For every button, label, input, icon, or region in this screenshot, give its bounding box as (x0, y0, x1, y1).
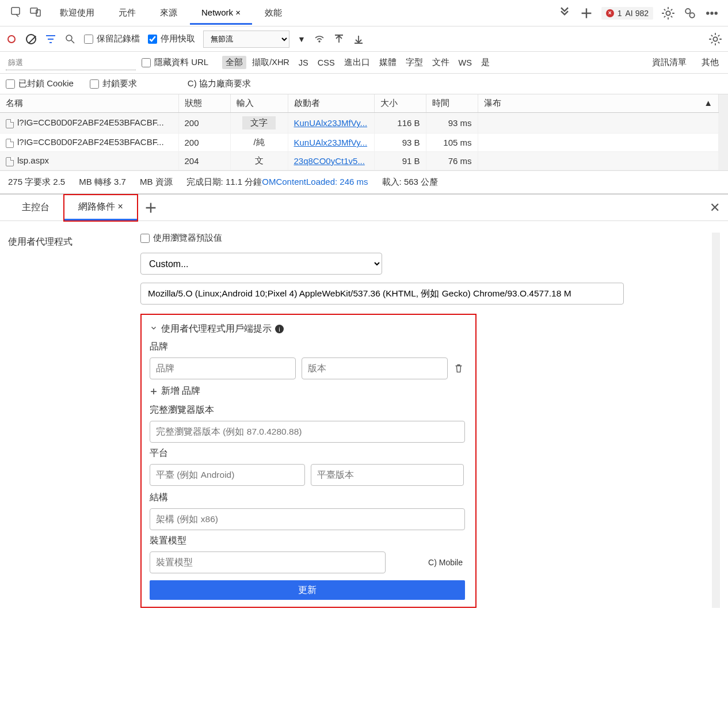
ua-preset-select[interactable]: Custom... (140, 253, 382, 275)
device-model-input[interactable] (150, 551, 386, 573)
filter-toggle-icon[interactable] (45, 33, 56, 45)
drawer-tab-bar: 主控台 網路條件 × ✕ (0, 193, 728, 221)
col-initiator[interactable]: 啟動者 (288, 94, 374, 113)
file-icon (6, 139, 14, 148)
upload-icon[interactable] (333, 33, 345, 45)
network-summary: 275 字要求 2.5 MB 轉移 3.7 MB 資源 完成日期: 11.1 分… (0, 170, 728, 193)
add-brand-button[interactable]: 新增 品牌 (150, 385, 467, 397)
network-conditions-panel: 使用者代理程式 使用瀏覽器預設值 Custom... 使用者代理程式用戶端提示 … (0, 221, 728, 616)
initiator-link[interactable]: 23q8CO0yCt1v5... (294, 156, 365, 166)
filter-fetch-xhr[interactable]: 擷取/XHR (249, 56, 293, 69)
full-version-label: 完整瀏覽器版本 (150, 404, 467, 416)
issues-badge[interactable]: × 1 AI 982 (601, 7, 653, 20)
more-menu-icon[interactable] (705, 6, 719, 20)
search-icon[interactable] (64, 33, 76, 45)
dock-icon[interactable] (683, 6, 697, 20)
delete-brand-icon[interactable] (453, 363, 464, 374)
disable-cache-checkbox[interactable]: 停用快取 (148, 33, 195, 44)
full-version-input[interactable] (150, 421, 465, 443)
svg-point-4 (685, 9, 690, 13)
col-type[interactable]: 輸入 (230, 94, 288, 113)
download-icon[interactable] (353, 33, 364, 45)
col-waterfall[interactable]: 瀑布▲ (478, 94, 719, 113)
table-row[interactable]: l?IG=CCB0D0F2ABF24E53BFACBF... 200 文字 Ku… (0, 113, 719, 134)
file-icon (6, 157, 14, 166)
hide-data-urls-checkbox[interactable]: 隱藏資料 URL (142, 57, 208, 68)
initiator-link[interactable]: KunUAlx23JMfVy... (294, 138, 368, 147)
filter-font[interactable]: 字型 (402, 56, 426, 69)
blocked-cookies-checkbox[interactable]: 已封鎖 Cookie (6, 78, 74, 89)
blocked-requests-checkbox[interactable]: 封鎖要求 (90, 78, 137, 89)
add-tab-icon[interactable] (580, 6, 593, 20)
mobile-checkbox-label[interactable]: C) Mobile (428, 558, 467, 567)
table-row[interactable]: l?IG=CCB0D0F2ABF24E53BFACBF... 200 /純 Ku… (0, 134, 719, 152)
more-tabs-icon[interactable] (558, 6, 571, 20)
tab-network[interactable]: Network × (190, 2, 252, 25)
throttle-select[interactable]: 無節流 (203, 31, 289, 48)
record-icon[interactable] (6, 33, 17, 45)
svg-point-5 (689, 13, 694, 17)
filter-js[interactable]: JS (295, 57, 312, 69)
drawer-close-icon[interactable]: ✕ (710, 200, 720, 215)
drawer-tab-console[interactable]: 主控台 (8, 196, 63, 219)
update-button[interactable]: 更新 (150, 580, 465, 600)
filter-all[interactable]: 全部 (222, 56, 246, 69)
filter-yes[interactable]: 是 (478, 56, 493, 69)
table-row[interactable]: lsp.aspx 204 文 23q8CO0yCt1v5... 91 B 76 … (0, 152, 719, 170)
arch-input[interactable] (150, 508, 465, 530)
svg-point-7 (711, 12, 713, 14)
filter-media[interactable]: 媒體 (376, 56, 400, 69)
third-party-label[interactable]: C) 協力廠商要求 (188, 78, 251, 89)
brand-label: 品牌 (150, 341, 467, 353)
filter-other[interactable]: 其他 (698, 56, 722, 69)
drawer-add-tab-icon[interactable] (144, 201, 158, 215)
drawer-scrollbar[interactable] (712, 233, 720, 608)
network-toolbar: 保留記錄檔 停用快取 無節流 ▼ (0, 26, 728, 52)
tab-performance[interactable]: 效能 (253, 2, 294, 24)
col-time[interactable]: 時間 (426, 94, 478, 113)
col-name[interactable]: 名稱 (0, 94, 178, 113)
device-toggle-icon[interactable] (30, 6, 41, 20)
network-table: 名稱 狀態 輸入 啟動者 大小 時間 瀑布▲ l?IG=CCB0D0F2ABF2… (0, 94, 719, 170)
throttle-caret-icon[interactable]: ▼ (298, 35, 306, 44)
table-scrollbar[interactable] (719, 94, 728, 170)
filter-doc[interactable]: 文件 (429, 56, 453, 69)
filter-css[interactable]: CSS (314, 57, 338, 69)
col-status[interactable]: 狀態 (178, 94, 230, 113)
svg-point-11 (713, 37, 717, 41)
svg-point-3 (666, 11, 670, 15)
brand-version-input[interactable] (302, 357, 448, 379)
filter-input[interactable] (6, 55, 136, 70)
svg-rect-0 (12, 7, 20, 14)
network-settings-icon[interactable] (708, 32, 722, 46)
device-label: 裝置模型 (150, 535, 467, 547)
tab-sources[interactable]: 來源 (148, 2, 189, 24)
filter-import[interactable]: 進出口 (341, 56, 373, 69)
client-hints-section: 使用者代理程式用戶端提示 i 品牌 新增 品牌 完整瀏覽器版本 平台 結構 (140, 314, 477, 608)
use-browser-default-checkbox[interactable]: 使用瀏覽器預設值 (140, 233, 222, 244)
col-size[interactable]: 大小 (374, 94, 426, 113)
wifi-icon[interactable] (314, 33, 325, 45)
info-icon[interactable]: i (275, 325, 284, 333)
error-dot-icon: × (606, 9, 614, 17)
tab-welcome[interactable]: 歡迎使用 (48, 2, 106, 24)
filter-ws[interactable]: WS (455, 57, 475, 69)
svg-point-8 (715, 12, 717, 14)
ua-section-label: 使用者代理程式 (8, 233, 129, 608)
tab-elements[interactable]: 元件 (107, 2, 147, 24)
filter-bar-2: 已封鎖 Cookie 封鎖要求 C) 協力廠商要求 (0, 74, 728, 94)
close-icon[interactable]: × (235, 7, 241, 17)
initiator-link[interactable]: KunUAlx23JMfVy... (294, 118, 368, 128)
brand-input[interactable] (150, 357, 296, 379)
platform-input[interactable] (150, 464, 305, 486)
filter-manifest[interactable]: 資訊清單 (649, 56, 690, 69)
clear-icon[interactable] (25, 33, 37, 45)
close-icon[interactable]: × (117, 201, 123, 211)
inspect-icon[interactable] (10, 6, 22, 20)
platform-version-input[interactable] (311, 464, 464, 486)
drawer-tab-network-conditions[interactable]: 網路條件 × (64, 195, 137, 220)
preserve-log-checkbox[interactable]: 保留記錄檔 (84, 33, 140, 44)
ua-string-input[interactable] (140, 283, 624, 305)
settings-icon[interactable] (661, 6, 675, 20)
client-hints-toggle[interactable]: 使用者代理程式用戶端提示 i (150, 323, 467, 335)
